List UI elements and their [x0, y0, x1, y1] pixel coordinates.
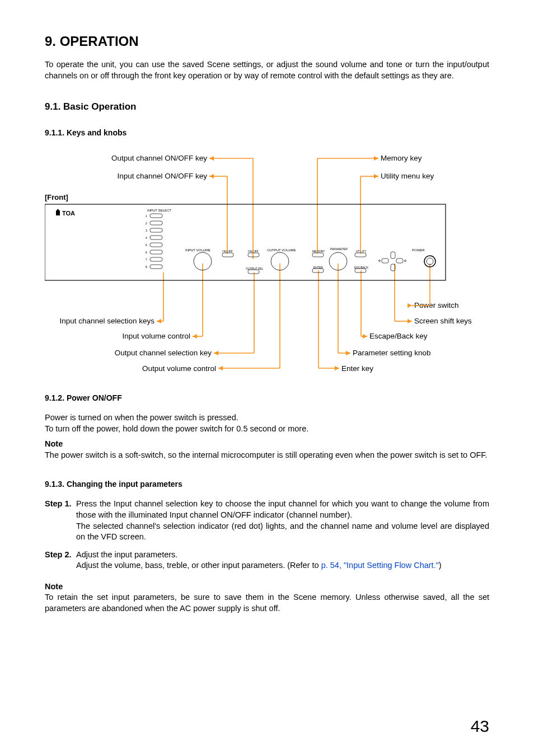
svg-rect-58 [355, 253, 366, 257]
step2-label: Step 2. [45, 550, 76, 571]
svg-rect-55 [312, 253, 324, 257]
svg-marker-33 [346, 351, 350, 355]
s912-line1: Power is turned on when the power switch… [45, 412, 489, 424]
svg-rect-47 [150, 250, 162, 254]
page-title: 9. OPERATION [45, 34, 489, 49]
svg-marker-32 [363, 334, 367, 339]
s912-line2: To turn off the power, hold down the pow… [45, 424, 489, 435]
svg-rect-56 [312, 269, 324, 273]
svg-rect-45 [150, 236, 162, 240]
svg-marker-31 [407, 319, 412, 323]
section-9-1-2: 9.1.2. Power ON/OFF [45, 393, 489, 402]
svg-rect-53 [248, 270, 259, 274]
svg-rect-63 [396, 259, 403, 263]
step1-text-a: Press the Input channel selection key to… [76, 499, 489, 519]
section-9-1: 9.1. Basic Operation [45, 101, 489, 112]
svg-point-65 [405, 260, 406, 262]
step1-label: Step 1. [45, 499, 76, 542]
svg-rect-40 [56, 210, 60, 215]
svg-rect-62 [391, 252, 395, 259]
step2-text-a: Adjust the input parameters. [76, 550, 177, 559]
svg-rect-42 [150, 214, 162, 218]
front-panel-diagram: Output channel ON/OFF key Input channel … [45, 147, 489, 377]
step1-text-b: The selected channel's selection indicat… [76, 522, 489, 542]
svg-marker-29 [374, 174, 378, 179]
note-heading-2: Note [45, 581, 489, 593]
svg-rect-49 [150, 265, 162, 269]
svg-marker-37 [214, 351, 218, 355]
brand-text: TOA [62, 210, 75, 217]
note-heading: Note [45, 439, 489, 450]
svg-marker-36 [193, 334, 197, 339]
svg-rect-59 [355, 269, 366, 273]
step2-text-b-pre: Adjust the volume, bass, treble, or othe… [76, 561, 321, 570]
svg-rect-48 [150, 257, 162, 261]
s913-note: To retain the set input parameters, be s… [45, 592, 489, 614]
diagram-svg: TOA [45, 147, 489, 377]
intro-paragraph: To operate the unit, you can use the sav… [45, 59, 489, 81]
svg-rect-41 [57, 209, 59, 211]
page-number: 43 [471, 717, 489, 736]
svg-rect-44 [150, 228, 162, 232]
svg-rect-46 [150, 243, 162, 247]
step2-text-b-post: ) [439, 561, 442, 570]
svg-rect-43 [150, 221, 162, 225]
svg-rect-39 [45, 204, 446, 280]
svg-rect-51 [222, 253, 233, 257]
s912-note: The power switch is a soft-switch, so th… [45, 450, 489, 461]
svg-rect-52 [248, 253, 259, 257]
svg-marker-34 [335, 366, 339, 370]
crossref-link[interactable]: p. 54, "Input Setting Flow Chart." [321, 561, 439, 570]
svg-marker-38 [218, 366, 223, 370]
section-9-1-1: 9.1.1. Keys and knobs [45, 128, 489, 137]
svg-marker-35 [157, 319, 161, 323]
svg-point-60 [379, 260, 381, 262]
section-9-1-3: 9.1.3. Changing the input parameters [45, 480, 489, 489]
svg-rect-61 [382, 259, 388, 263]
svg-marker-26 [209, 156, 214, 161]
svg-marker-27 [209, 174, 214, 179]
svg-marker-30 [407, 303, 412, 308]
svg-marker-28 [374, 156, 378, 161]
